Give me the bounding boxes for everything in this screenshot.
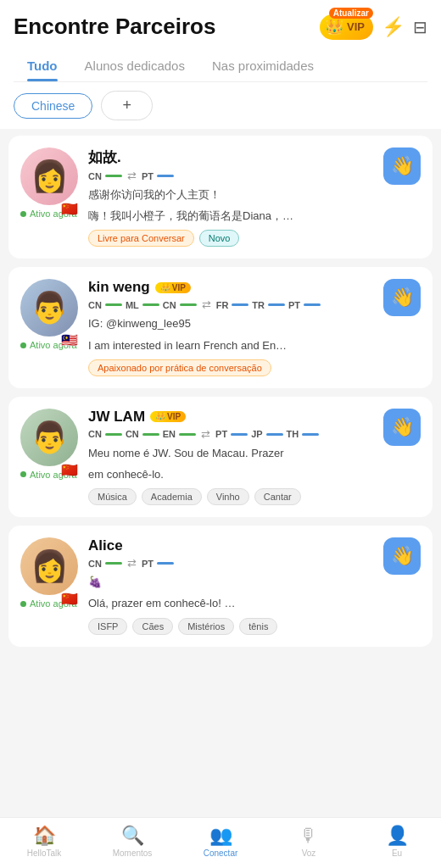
nav-eu-label: Eu: [392, 849, 402, 858]
table-row: 👨 🇨🇳 Ativo agora JW LAM 👑 VIP CN CN: [8, 397, 433, 517]
chinese-filter-chip[interactable]: Chinese: [14, 93, 92, 119]
user-name: JW LAM: [88, 409, 145, 426]
tag-cantar: Cantar: [254, 488, 301, 505]
name-row: kin weng 👑 VIP: [88, 279, 421, 296]
lang-row: CN CN EN ⇄ PT JP TH: [88, 428, 421, 441]
flag-icon: 🇨🇳: [61, 591, 78, 607]
avatar-wrap-3: 👨 🇨🇳 Ativo agora: [20, 409, 78, 480]
tab-proximidades[interactable]: Nas proximidades: [198, 50, 327, 81]
nav-hellotalk[interactable]: 🏠 HelloTalk: [0, 825, 88, 858]
target-lang-bar: [231, 433, 248, 436]
crown-icon: 👑: [325, 18, 343, 36]
name-row: JW LAM 👑 VIP: [88, 409, 421, 426]
lang-row: CN ⇄ PT: [88, 557, 421, 570]
nav-voz-label: Voz: [302, 849, 316, 858]
filter-bar: Chinese +: [0, 82, 441, 129]
card-body-2: kin weng 👑 VIP CN ML CN ⇄ FR TR PT: [88, 279, 421, 376]
tag-vinho: Vinho: [207, 488, 249, 505]
native-lang-bar3: [179, 433, 196, 436]
name-row: Alice: [88, 537, 421, 554]
nav-voz[interactable]: 🎙 Voz: [265, 825, 353, 858]
nav-momentos-label: Momentos: [113, 849, 153, 858]
vip-upgrade-button[interactable]: Atualizar 👑 VIP: [320, 14, 373, 40]
table-row: 👨 🇲🇾 Ativo agora kin weng 👑 VIP CN ML: [8, 267, 433, 387]
wave-button-4[interactable]: 👋: [383, 537, 421, 575]
avatar: 👨: [20, 409, 78, 466]
flash-icon[interactable]: ⚡: [382, 16, 405, 38]
avatar-wrap-1: 👩 🇨🇳 Ativo agora: [20, 147, 78, 219]
crown-small-icon: 👑: [155, 412, 165, 421]
active-dot-indicator: [20, 471, 26, 477]
wave-button-3[interactable]: 👋: [383, 409, 421, 446]
tag-musica: Música: [88, 488, 137, 505]
avatar-wrap-2: 👨 🇲🇾 Ativo agora: [20, 279, 78, 350]
active-dot-indicator: [20, 211, 26, 217]
hellotalk-icon: 🏠: [33, 825, 56, 847]
update-badge: Atualizar: [329, 8, 373, 19]
tag-novo: Novo: [199, 230, 240, 247]
table-row: 👩 🇨🇳 Ativo agora Alice CN ⇄ PT 🍇 Olá, pr…: [8, 526, 433, 646]
card-description-3: Meu nome é JW. Sou de Macau. Prazer: [88, 446, 421, 461]
active-dot-indicator: [20, 342, 26, 348]
tabs-bar: Tudo Alunos dedicados Nas proximidades: [14, 50, 427, 82]
target-lang-bar: [157, 175, 174, 177]
card-body-1: 如故. CN ⇄ PT 感谢你访问我的个人主页！ 嗨！我叫小橙子，我的葡语名是D…: [88, 147, 421, 247]
active-dot-indicator: [20, 601, 26, 607]
target-lang-bar2: [268, 303, 285, 306]
nav-conectar[interactable]: 👥 Conectar: [176, 825, 265, 858]
tag-academia: Academia: [142, 488, 202, 505]
wave-button-1[interactable]: 👋: [383, 147, 421, 185]
header: Encontre Parceiros Atualizar 👑 VIP ⚡ ⊟ T…: [0, 0, 441, 82]
native-lang-bar2: [142, 303, 159, 306]
vip-label: VIP: [347, 20, 365, 33]
crown-small-icon: 👑: [160, 283, 170, 292]
card-description-2: IG: @kinweng_lee95: [88, 316, 421, 331]
filter-settings-icon[interactable]: ⊟: [413, 17, 427, 37]
avatar-wrap-4: 👩 🇨🇳 Ativo agora: [20, 537, 78, 609]
name-row: 如故.: [88, 147, 421, 167]
card-description-2b: I am interested in learn French and En…: [88, 338, 421, 353]
target-lang-bar2: [266, 433, 283, 436]
card-description-3b: em conhecê-lo.: [88, 467, 421, 482]
conectar-icon: 👥: [209, 825, 232, 847]
eu-icon: 👤: [386, 825, 409, 847]
native-lang-bar: [105, 175, 122, 177]
avatar: 👩: [20, 537, 78, 595]
tags-row: ISFP Cães Mistérios tênis: [88, 618, 421, 635]
voz-icon: 🎙: [299, 825, 318, 847]
tags-row: Livre para Conversar Novo: [88, 230, 421, 247]
momentos-icon: 🔍: [121, 825, 144, 847]
user-name: 如故.: [88, 147, 121, 167]
nav-hellotalk-label: HelloTalk: [27, 849, 62, 858]
flag-icon: 🇨🇳: [61, 201, 78, 217]
native-lang-bar: [105, 562, 122, 565]
tab-dedicados[interactable]: Alunos dedicados: [71, 50, 198, 81]
avatar: 👩: [20, 147, 78, 205]
tag-libre: Livre para Conversar: [88, 230, 194, 247]
tag-tenis: tênis: [239, 618, 277, 635]
tags-row: Apaixonado por prática de conversação: [88, 359, 421, 376]
card-body-4: Alice CN ⇄ PT 🍇 Olá, prazer em conhecê-l…: [88, 537, 421, 634]
user-name: kin weng: [88, 279, 150, 296]
cards-list: 👩 🇨🇳 Ativo agora 如故. CN ⇄ PT 感谢你访问我的个人主页…: [0, 136, 441, 715]
target-lang-bar: [157, 562, 174, 565]
user-name: Alice: [88, 537, 123, 554]
native-lang-bar2: [142, 433, 159, 436]
nav-momentos[interactable]: 🔍 Momentos: [88, 825, 176, 858]
bottom-navigation: 🏠 HelloTalk 🔍 Momentos 👥 Conectar 🎙 Voz …: [0, 817, 441, 868]
nav-eu[interactable]: 👤 Eu: [353, 825, 441, 858]
target-lang-bar3: [304, 303, 321, 306]
tab-tudo[interactable]: Tudo: [14, 50, 71, 81]
flag-icon: 🇲🇾: [61, 332, 78, 348]
wave-button-2[interactable]: 👋: [383, 279, 421, 316]
card-description-4b: Olá, prazer em conhecê-lo! …: [88, 596, 421, 611]
lang-row: CN ⇄ PT: [88, 170, 421, 182]
add-filter-button[interactable]: +: [101, 91, 153, 120]
tag-isfp: ISFP: [88, 618, 127, 635]
vip-badge: 👑 VIP: [155, 282, 191, 293]
native-lang-bar: [105, 303, 122, 306]
table-row: 👩 🇨🇳 Ativo agora 如故. CN ⇄ PT 感谢你访问我的个人主页…: [8, 136, 433, 259]
header-top: Encontre Parceiros Atualizar 👑 VIP ⚡ ⊟: [14, 14, 427, 40]
header-icons: Atualizar 👑 VIP ⚡ ⊟: [320, 14, 427, 40]
avatar: 👨: [20, 279, 78, 337]
